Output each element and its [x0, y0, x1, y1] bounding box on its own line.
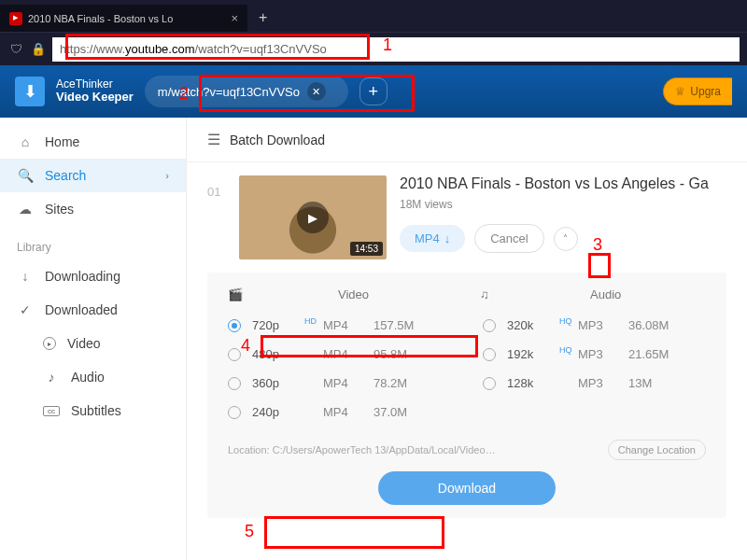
format-row[interactable]: 720p HD MP4 157.5M	[220, 311, 458, 340]
browser-url-bar: 🛡 🔒 https://www.youtube.com/watch?v=uqf1…	[0, 32, 747, 65]
url-input[interactable]: https://www.youtube.com/watch?v=uqf13CnV…	[52, 37, 740, 62]
app-name: AceThinker Video Keeper	[56, 78, 134, 104]
format-radio[interactable]	[483, 319, 496, 332]
format-type: MP4	[323, 318, 370, 332]
sidebar-section-label: Library	[0, 226, 186, 259]
format-size: 36.08M	[628, 318, 669, 332]
format-row[interactable]: 128k MP3 13M	[475, 369, 713, 398]
result-index: 01	[207, 175, 226, 259]
format-size: 157.5M	[374, 318, 414, 332]
format-size: 21.65M	[628, 347, 669, 361]
list-icon: ☰	[207, 131, 220, 148]
video-duration: 14:53	[350, 242, 383, 256]
close-tab-icon[interactable]: ×	[231, 11, 238, 25]
browser-tab-bar: 2010 NBA Finals - Boston vs Lo × +	[0, 0, 747, 32]
sidebar-item-sites[interactable]: ☁ Sites	[0, 192, 186, 226]
batch-download-bar[interactable]: ☰ Batch Download	[187, 118, 747, 162]
sidebar-item-downloaded[interactable]: ✓ Downloaded	[0, 293, 186, 327]
change-location-button[interactable]: Change Location	[608, 440, 706, 460]
format-quality: 320k	[507, 318, 557, 332]
collapse-button[interactable]: ˄	[554, 227, 578, 251]
audio-section-icon: ♫	[480, 287, 585, 301]
search-icon: 🔍	[17, 168, 34, 183]
sidebar-item-downloading[interactable]: ↓ Downloading	[0, 259, 186, 293]
sidebar-item-label: Audio	[71, 370, 105, 385]
add-url-button[interactable]: +	[359, 77, 388, 105]
app-header: ⬇ AceThinker Video Keeper m/watch?v=uqf1…	[0, 65, 747, 118]
annotation-number-3: 3	[593, 235, 602, 255]
music-icon: ♪	[43, 370, 60, 385]
format-type: MP3	[578, 347, 625, 361]
format-radio[interactable]	[228, 319, 241, 332]
sidebar-sub-audio[interactable]: ♪ Audio	[0, 360, 186, 394]
format-row[interactable]: 240p MP4 37.0M	[220, 398, 458, 427]
upgrade-button[interactable]: ♕ Upgra	[663, 77, 732, 105]
browser-tab[interactable]: 2010 NBA Finals - Boston vs Lo ×	[0, 5, 247, 32]
format-type: MP3	[578, 376, 625, 390]
chip-clear-icon[interactable]: ✕	[307, 82, 326, 101]
play-circle-icon: ▸	[43, 337, 56, 350]
sidebar-item-home[interactable]: ⌂ Home	[0, 125, 186, 159]
download-button[interactable]: Download	[378, 471, 556, 505]
sidebar: ⌂ Home 🔍 Search › ☁ Sites Library ↓ Down…	[0, 118, 187, 560]
video-thumbnail[interactable]: ▶ 14:53	[239, 175, 387, 259]
audio-section-label: Audio	[590, 287, 695, 301]
format-row[interactable]: 480p MP4 95.8M	[220, 340, 458, 369]
app-url-chip[interactable]: m/watch?v=uqf13CnVVSo ✕	[145, 76, 348, 107]
format-row[interactable]: 320k HQ MP3 36.08M	[475, 311, 713, 340]
format-quality: 480p	[252, 347, 303, 361]
format-row[interactable]: 192k HQ MP3 21.65M	[475, 340, 713, 369]
sidebar-item-label: Downloaded	[45, 302, 118, 317]
format-size: 95.8M	[374, 347, 407, 361]
sidebar-item-label: Home	[45, 134, 79, 149]
sidebar-item-search[interactable]: 🔍 Search ›	[0, 159, 186, 192]
search-result: 01 ▶ 14:53 2010 NBA Finals - Boston vs L…	[187, 162, 747, 518]
format-radio[interactable]	[228, 348, 241, 361]
sidebar-sub-video[interactable]: ▸ Video	[0, 327, 186, 360]
format-radio[interactable]	[483, 377, 496, 390]
download-icon: ↓	[17, 269, 34, 284]
shield-icon[interactable]: 🛡	[7, 42, 24, 56]
video-views: 18M views	[400, 198, 726, 211]
app-logo-icon: ⬇	[15, 77, 45, 106]
annotation-number-4: 4	[241, 336, 250, 356]
format-panel: 🎬Video ♫Audio 720p HD MP4 157.5M 480p MP…	[207, 273, 726, 518]
format-type: MP4	[323, 347, 370, 361]
video-section-icon: 🎬	[228, 287, 332, 301]
lock-icon[interactable]: 🔒	[30, 42, 47, 56]
format-type: MP3	[578, 318, 625, 332]
sidebar-item-label: Downloading	[45, 269, 120, 284]
mp4-quick-download-button[interactable]: MP4 ↓	[400, 225, 465, 252]
format-size: 78.2M	[374, 376, 407, 390]
new-tab-button[interactable]: +	[247, 4, 278, 32]
format-row[interactable]: 360p MP4 78.2M	[220, 369, 458, 398]
video-title: 2010 NBA Finals - Boston vs Los Angeles …	[400, 175, 726, 192]
cc-icon: cc	[43, 406, 60, 416]
chevron-right-icon: ›	[165, 170, 169, 181]
cancel-button[interactable]: Cancel	[474, 224, 543, 253]
sidebar-sub-subtitles[interactable]: cc Subtitles	[0, 394, 186, 427]
format-quality: 360p	[252, 376, 303, 390]
save-location-text: Location: C:/Users/ApowerTech 13/AppData…	[228, 444, 496, 455]
cloud-icon: ☁	[17, 202, 34, 217]
annotation-number-5: 5	[245, 522, 254, 541]
format-size: 37.0M	[374, 405, 407, 419]
format-radio[interactable]	[228, 406, 241, 419]
format-quality: 192k	[507, 347, 557, 361]
format-type: MP4	[323, 376, 370, 390]
chevron-up-icon: ˄	[563, 233, 568, 244]
format-badge: HQ	[559, 316, 574, 326]
sidebar-item-label: Subtitles	[71, 403, 121, 418]
format-quality: 720p	[252, 318, 303, 332]
annotation-number-1: 1	[383, 35, 392, 55]
format-radio[interactable]	[483, 348, 496, 361]
format-type: MP4	[323, 405, 370, 419]
format-quality: 128k	[507, 376, 557, 390]
format-radio[interactable]	[228, 377, 241, 390]
check-icon: ✓	[17, 302, 34, 317]
video-formats-column: 720p HD MP4 157.5M 480p MP4 95.8M 360p M…	[220, 311, 458, 427]
format-quality: 240p	[252, 405, 303, 419]
format-badge: HQ	[559, 345, 574, 355]
youtube-favicon-icon	[9, 12, 22, 25]
play-icon[interactable]: ▶	[297, 202, 329, 233]
